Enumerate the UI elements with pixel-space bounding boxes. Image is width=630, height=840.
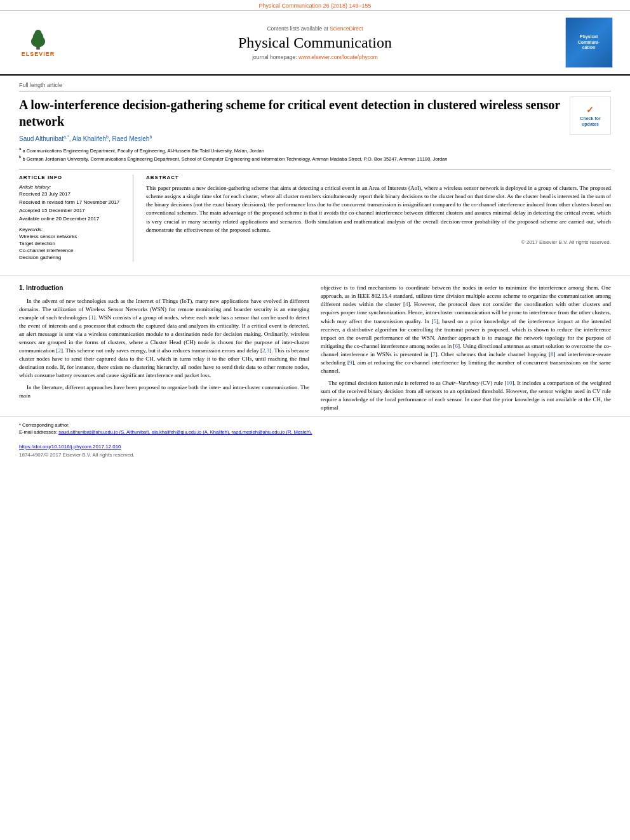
homepage-line: journal homepage: www.elsevier.com/locat…	[76, 54, 554, 60]
ref-9-link[interactable]: 9	[349, 359, 352, 366]
received-date: Received 23 July 2017	[19, 191, 125, 197]
body-left-column: 1. Introduction In the advent of new tec…	[19, 284, 309, 416]
right-paragraph-2: The optimal decision fusion rule is refe…	[321, 379, 611, 412]
authors: Saud Althunibata,*, Ala Khalifehb, Raed …	[19, 135, 611, 142]
journal-header: ELSEVIER Contents lists available at Sci…	[0, 11, 630, 76]
journal-title: Physical Communication	[76, 34, 554, 51]
ref-5-link[interactable]: 5	[434, 318, 437, 324]
received-revised-date: Received in revised form 17 November 201…	[19, 199, 125, 205]
page-wrapper: Physical Communication 26 (2018) 149–155…	[0, 0, 630, 463]
keywords-label: Keywords:	[19, 227, 125, 232]
affiliations: a a Communications Engineering Departmen…	[19, 146, 611, 163]
article-content: Full length article A low-interference d…	[0, 76, 630, 268]
section-divider	[0, 276, 630, 276]
journal-ref-link[interactable]: Physical Communication 26 (2018) 149–155	[258, 3, 371, 9]
ref-4-link[interactable]: 4	[405, 301, 408, 307]
elsevier-tree-icon	[22, 29, 54, 51]
history-label: Article history:	[19, 184, 125, 190]
ref-2-link[interactable]: 2	[58, 347, 61, 354]
body-right-column: objective is to find mechanisms to coord…	[321, 284, 611, 416]
ref-6-link[interactable]: 6	[455, 343, 459, 349]
cover-title: PhysicalCommuni-cation	[577, 33, 601, 51]
available-online-date: Available online 20 December 2017	[19, 216, 125, 222]
abstract-title: ABSTRACT	[146, 175, 611, 180]
ref-8-link[interactable]: 8	[551, 351, 554, 357]
abstract-column: ABSTRACT This paper presents a new decis…	[146, 175, 611, 262]
elsevier-logo: ELSEVIER	[13, 23, 64, 62]
sciencedirect-link[interactable]: ScienceDirect	[330, 25, 363, 32]
footer-doi: https://doi.org/10.1016/j.phycom.2017.12…	[0, 441, 630, 452]
article-info-column: ARTICLE INFO Article history: Received 2…	[19, 175, 133, 262]
svg-point-3	[34, 29, 41, 36]
keyword-4: Decision gathering	[19, 255, 125, 260]
header-right: PhysicalCommuni-cation	[560, 17, 617, 68]
footer-notes: * Corresponding author. E-mail addresses…	[0, 416, 630, 441]
ref-10-link[interactable]: 10	[507, 380, 513, 386]
info-abstract-section: ARTICLE INFO Article history: Received 2…	[19, 169, 611, 262]
abstract-text: This paper presents a new decision-gathe…	[146, 184, 611, 234]
article-type: Full length article	[19, 82, 611, 91]
ref-23-link[interactable]: 2,3	[262, 347, 269, 354]
crossmark-badge: ✓ Check forupdates	[570, 97, 611, 135]
email-links[interactable]: saud.althunibat@ahu.edu.jo (S. Althuniba…	[58, 429, 312, 435]
keyword-3: Co-channel interference	[19, 248, 125, 253]
author-1-link[interactable]: Saud Althunibat	[19, 135, 64, 142]
top-bar: Physical Communication 26 (2018) 149–155	[0, 0, 630, 11]
journal-cover-image: PhysicalCommuni-cation	[565, 17, 613, 68]
author-2-link[interactable]: Ala Khalifeh	[72, 135, 106, 142]
header-left: ELSEVIER	[13, 23, 70, 62]
elsevier-text: ELSEVIER	[22, 51, 55, 57]
footer-issn: 1874-4907/© 2017 Elsevier B.V. All right…	[0, 452, 630, 463]
doi-link[interactable]: https://doi.org/10.1016/j.phycom.2017.12…	[19, 444, 121, 450]
body-section: 1. Introduction In the advent of new tec…	[0, 284, 630, 416]
intro-paragraph-1: In the advent of new technologies such a…	[19, 297, 309, 380]
keyword-2: Target detection	[19, 241, 125, 246]
accepted-date: Accepted 15 December 2017	[19, 208, 125, 213]
keywords-section: Keywords: Wireless sensor networks Targe…	[19, 227, 125, 260]
contents-line: Contents lists available at ScienceDirec…	[76, 25, 554, 32]
ref-1-link[interactable]: 1	[91, 314, 94, 321]
intro-paragraph-2: In the literature, different approaches …	[19, 383, 309, 400]
copyright-line: © 2017 Elsevier B.V. All rights reserved…	[146, 239, 611, 245]
article-info-title: ARTICLE INFO	[19, 175, 125, 180]
article-title: A low-interference decision-gathering sc…	[19, 97, 611, 130]
section-1-heading: 1. Introduction	[19, 284, 309, 293]
corresponding-note: * Corresponding author.	[19, 422, 611, 429]
email-line: E-mail addresses: saud.althunibat@ahu.ed…	[19, 429, 611, 436]
author-3-link[interactable]: Raed Mesleh	[112, 135, 149, 142]
header-center: Contents lists available at ScienceDirec…	[76, 25, 554, 60]
homepage-link[interactable]: www.elsevier.com/locate/phycom	[298, 54, 378, 60]
keyword-1: Wireless sensor networks	[19, 234, 125, 239]
ref-7-link[interactable]: 7	[432, 351, 436, 357]
right-paragraph-1: objective is to find mechanisms to coord…	[321, 284, 611, 375]
